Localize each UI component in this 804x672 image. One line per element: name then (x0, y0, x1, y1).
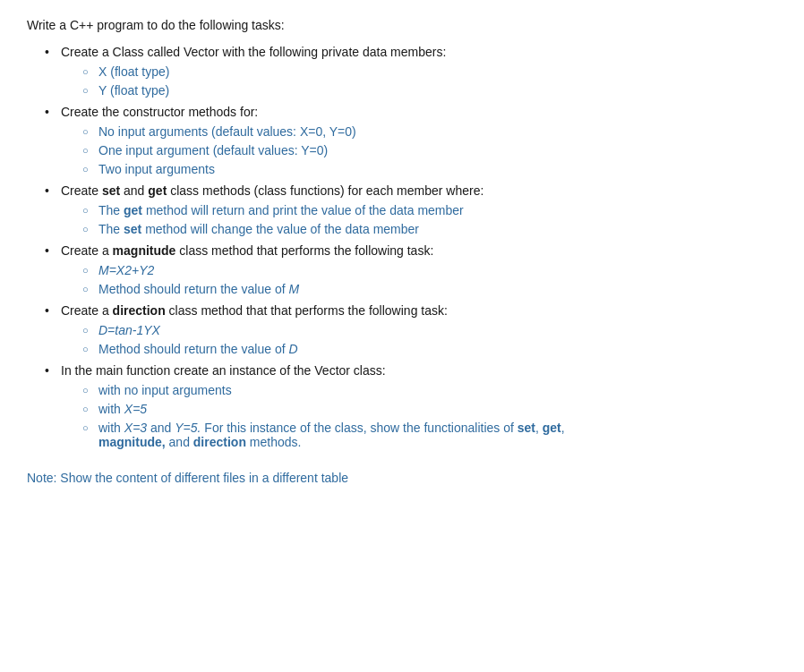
direction-sublist: D=tan-1YX Method should return the value… (61, 323, 777, 356)
dir-formula-text: D=tan-1YX (98, 323, 160, 337)
y5-italic: Y=5. (175, 421, 201, 435)
direction-end: class method that that performs the foll… (166, 303, 448, 318)
set-label: set (102, 183, 120, 198)
list-item-one-input: One input argument (default values: Y=0) (82, 143, 777, 157)
with-x5-italic: X=5 (124, 402, 147, 416)
list-item-dir-formula: D=tan-1YX (82, 323, 777, 337)
class-vector-text: Create a Class called Vector with the fo… (61, 45, 446, 59)
list-item-two-input: Two input arguments (82, 162, 777, 176)
one-input-text: One input argument (default values: Y=0) (98, 143, 328, 157)
list-item-set-get: Create set and get class methods (class … (45, 183, 777, 236)
magnitude-bold: magnitude (113, 243, 176, 258)
set-get-plain-start: Create (61, 183, 102, 198)
x3-italic: X=3 (124, 421, 147, 435)
constructor-sublist: No input arguments (default values: X=0,… (61, 124, 777, 176)
and-direction-text: and (166, 435, 193, 449)
mag-formula-text: M=X2+Y2 (98, 263, 154, 277)
get-method-end: method will return and print the value o… (142, 203, 464, 217)
note-text: Note: Show the content of different file… (27, 471, 777, 485)
magnitude-plain: Create a (61, 243, 113, 258)
intro-text: Write a C++ program to do the following … (27, 18, 777, 32)
comma1: , (535, 421, 543, 435)
list-item-x: X (float type) (82, 64, 777, 79)
two-input-text: Two input arguments (98, 162, 215, 176)
list-item-dir-return: Method should return the value of D (82, 342, 777, 356)
set-method-end: method will change the value of the data… (141, 222, 419, 236)
set-bold: set (517, 421, 535, 435)
list-item-set-method: The set method will change the value of … (82, 222, 777, 236)
x-item-text: X (float type) (98, 64, 169, 79)
with-no-input-text: with no input arguments (98, 383, 232, 397)
magnitude-sublist: M=X2+Y2 Method should return the value o… (61, 263, 777, 296)
list-item-y: Y (float type) (82, 83, 777, 98)
direction-bold2: direction (193, 435, 246, 449)
constructor-text: Create the constructor methods for: (61, 105, 258, 119)
list-item-direction: Create a direction class method that tha… (45, 303, 777, 356)
dir-var-text: D (288, 342, 297, 356)
magnitude-bold2: magnitude, (98, 435, 166, 449)
list-item-with-x3y5: with X=3 and Y=5. For this instance of t… (82, 421, 777, 449)
no-input-text: No input arguments (default values: X=0,… (98, 124, 356, 139)
comma2: , (561, 421, 565, 435)
set-get-end: class methods (class functions) for each… (167, 183, 483, 198)
list-item-mag-formula: M=X2+Y2 (82, 263, 777, 277)
for-instance-text: For this instance of the class, show the… (201, 421, 517, 435)
list-item-get-method: The get method will return and print the… (82, 203, 777, 217)
main-list: Create a Class called Vector with the fo… (27, 45, 777, 449)
with-x3y5-plain: with (98, 421, 124, 435)
set-method-plain: The (98, 222, 124, 236)
get-label: get (148, 183, 167, 198)
list-item-magnitude: Create a magnitude class method that per… (45, 243, 777, 296)
list-item-constructor: Create the constructor methods for: No i… (45, 105, 777, 176)
methods-text: methods. (246, 435, 301, 449)
list-item-class-vector: Create a Class called Vector with the fo… (45, 45, 777, 98)
get-bold: get (543, 421, 561, 435)
list-item-mag-return: Method should return the value of M (82, 282, 777, 296)
main-label-text: In the main function create an instance … (61, 363, 386, 378)
and-text: and (147, 421, 175, 435)
mag-return-text: Method should return the value of (98, 282, 288, 296)
class-vector-sublist: X (float type) Y (float type) (61, 64, 777, 98)
direction-bold: direction (113, 303, 166, 318)
get-method-bold: get (124, 203, 142, 217)
set-get-sublist: The get method will return and print the… (61, 203, 777, 236)
and-label: and (120, 183, 148, 198)
list-item-with-x5: with X=5 (82, 402, 777, 416)
direction-plain: Create a (61, 303, 113, 318)
mag-var-text: M (288, 282, 299, 296)
dir-return-text: Method should return the value of (98, 342, 288, 356)
list-item-main: In the main function create an instance … (45, 363, 777, 449)
main-sublist: with no input arguments with X=5 with X=… (61, 383, 777, 449)
list-item-no-input: No input arguments (default values: X=0,… (82, 124, 777, 139)
list-item-with-no-input: with no input arguments (82, 383, 777, 397)
y-item-text: Y (float type) (98, 83, 169, 98)
with-x5-plain: with (98, 402, 124, 416)
set-method-bold: set (124, 222, 141, 236)
magnitude-end: class method that performs the following… (175, 243, 433, 258)
get-method-plain: The (98, 203, 124, 217)
